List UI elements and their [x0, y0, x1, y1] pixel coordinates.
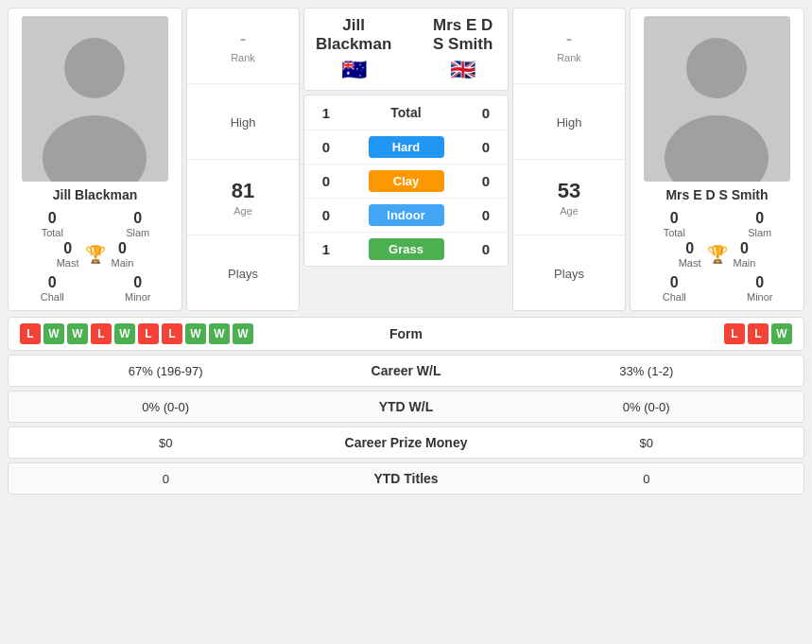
svg-point-4: [686, 38, 747, 98]
total-label: Total: [369, 101, 444, 124]
form-badges-left: L W W L W L L W W W: [20, 323, 312, 344]
grass-left-score: 1: [312, 241, 340, 257]
ytd-wl-row: 0% (0-0) YTD W/L 0% (0-0): [8, 391, 804, 423]
left-player-avatar: [22, 16, 168, 182]
total-badge: Total: [340, 101, 472, 124]
form-section: L W W L W L L W W W Form L L W: [8, 317, 804, 351]
left-rank-block: - Rank: [187, 9, 299, 84]
form-badge-r-l2: L: [748, 323, 769, 344]
left-player-header: Jill Blackman 🇦🇺: [316, 16, 391, 82]
total-left-score: 1: [312, 105, 340, 121]
match-center: Jill Blackman 🇦🇺 Mrs E D S Smith 🇬🇧 1: [303, 8, 509, 311]
career-wl-row: 67% (196-97) Career W/L 33% (1-2): [8, 355, 804, 387]
indoor-badge: Indoor: [340, 204, 472, 226]
form-badge-w4: W: [185, 323, 206, 344]
right-player-card: Mrs E D S Smith 0 Total 0 Slam 0 Mast 🏆: [630, 8, 804, 311]
form-badge-w2: W: [67, 323, 88, 344]
surface-row-clay: 0 Clay 0: [304, 165, 508, 199]
right-total: 0 Total: [636, 210, 713, 238]
ytd-wl-label: YTD W/L: [312, 399, 501, 414]
hard-right-score: 0: [472, 139, 500, 155]
right-minor: 0 Minor: [722, 274, 799, 303]
form-badge-w5: W: [209, 323, 230, 344]
right-rank-value: -: [566, 28, 573, 50]
right-age-block: 53 Age: [513, 160, 625, 235]
left-bottom-stats: 0 Chall 0 Minor: [14, 274, 176, 303]
indoor-left-score: 0: [312, 207, 340, 223]
left-high-block: High: [187, 84, 299, 160]
right-rank-block: - Rank: [513, 9, 625, 84]
grass-label: Grass: [369, 238, 444, 260]
form-center-label: Form: [312, 326, 501, 341]
hard-left-score: 0: [312, 139, 340, 155]
form-badge-r-w1: W: [771, 323, 792, 344]
career-wl-left: 67% (196-97): [20, 364, 312, 378]
career-prize-right: $0: [501, 436, 793, 450]
left-trophy-icon: 🏆: [85, 244, 106, 265]
grass-badge: Grass: [340, 238, 472, 260]
left-total: 0 Total: [14, 210, 91, 238]
clay-left-score: 0: [312, 173, 340, 189]
career-prize-left: $0: [20, 436, 312, 450]
form-badge-l4: L: [162, 323, 182, 344]
clay-label: Clay: [369, 170, 444, 192]
hard-label: Hard: [369, 136, 444, 158]
right-mast: 0 Mast: [679, 240, 701, 269]
left-plays-block: Plays: [187, 235, 299, 310]
right-trophy-icon: 🏆: [707, 244, 728, 265]
form-badge-w6: W: [233, 323, 253, 344]
left-info-panel: - Rank High 81 Age Plays: [186, 8, 300, 311]
right-stats-grid: 0 Total 0 Slam: [636, 210, 798, 238]
ytd-titles-row: 0 YTD Titles 0: [8, 462, 804, 495]
form-badge-l3: L: [138, 323, 159, 344]
surface-row-total: 1 Total 0: [304, 96, 508, 131]
hard-badge: Hard: [340, 136, 472, 158]
svg-point-1: [64, 38, 125, 98]
grass-right-score: 0: [472, 241, 500, 257]
surface-row-hard: 0 Hard 0: [304, 131, 508, 165]
career-wl-right: 33% (1-2): [501, 364, 793, 378]
right-header-name: Mrs E D S Smith: [429, 16, 496, 54]
left-trophy-row: 0 Mast 🏆 0 Main: [57, 240, 134, 269]
left-player-name: Jill Blackman: [53, 187, 138, 202]
surface-rows: 1 Total 0 0 Hard 0: [303, 95, 509, 267]
left-player-card: Jill Blackman 0 Total 0 Slam 0 Mast 🏆: [8, 8, 182, 311]
form-badge-w3: W: [114, 323, 135, 344]
middle-section: - Rank High 81 Age Plays: [186, 8, 626, 311]
total-right-score: 0: [472, 105, 500, 121]
right-high-block: High: [513, 84, 625, 160]
ytd-wl-left: 0% (0-0): [20, 400, 312, 414]
clay-badge: Clay: [340, 170, 472, 192]
left-header-name: Jill Blackman: [316, 16, 391, 54]
left-main: 0 Main: [112, 240, 134, 269]
left-slam: 0 Slam: [100, 210, 177, 238]
indoor-label: Indoor: [369, 204, 444, 226]
match-header: Jill Blackman 🇦🇺 Mrs E D S Smith 🇬🇧: [303, 8, 509, 91]
career-prize-row: $0 Career Prize Money $0: [8, 426, 804, 459]
form-badge-l1: L: [20, 323, 41, 344]
surface-row-grass: 1 Grass 0: [304, 233, 508, 266]
right-player-avatar: [644, 16, 790, 182]
surface-row-indoor: 0 Indoor 0: [304, 199, 508, 233]
form-badge-l2: L: [91, 323, 112, 344]
right-player-name: Mrs E D S Smith: [665, 187, 768, 202]
form-badge-r-l1: L: [724, 323, 745, 344]
right-chall: 0 Chall: [636, 274, 713, 303]
right-plays-block: Plays: [513, 235, 625, 310]
right-player-header: Mrs E D S Smith 🇬🇧: [429, 16, 496, 82]
left-rank-value: -: [240, 28, 247, 50]
right-bottom-stats: 0 Chall 0 Minor: [636, 274, 798, 303]
right-slam: 0 Slam: [722, 210, 799, 238]
career-wl-label: Career W/L: [312, 363, 501, 378]
left-flag: 🇦🇺: [316, 58, 391, 82]
left-stats-grid: 0 Total 0 Slam: [14, 210, 176, 238]
right-main: 0 Main: [734, 240, 756, 269]
ytd-titles-left: 0: [20, 472, 312, 486]
form-badges-right: L L W: [501, 323, 793, 344]
left-mast: 0 Mast: [57, 240, 79, 269]
top-section: Jill Blackman 0 Total 0 Slam 0 Mast 🏆: [8, 8, 804, 311]
career-prize-label: Career Prize Money: [312, 435, 501, 450]
ytd-titles-right: 0: [501, 472, 793, 486]
form-badge-w1: W: [43, 323, 64, 344]
right-flag: 🇬🇧: [429, 58, 496, 82]
